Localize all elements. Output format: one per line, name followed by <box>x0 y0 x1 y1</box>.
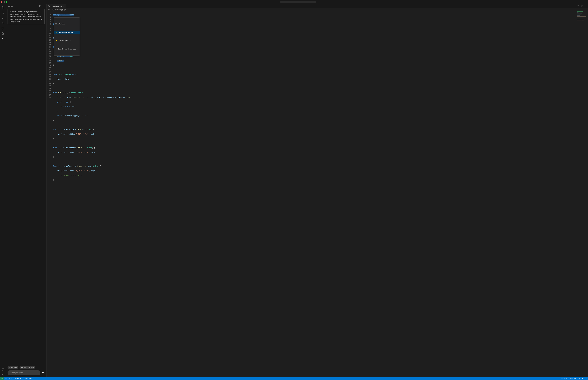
nav-forward-icon[interactable]: → <box>277 1 279 3</box>
remote-indicator[interactable] <box>0 377 4 380</box>
svg-point-6 <box>2 22 2 23</box>
close-window-button[interactable] <box>1 1 2 3</box>
lightbulb-icon <box>55 32 57 33</box>
lightbulb-icon <box>55 40 57 42</box>
suggestion-unit-tests[interactable]: Generate unit tests <box>19 366 35 369</box>
svg-point-5 <box>3 18 4 19</box>
activity-explorer[interactable] <box>0 5 6 10</box>
svg-point-15 <box>2 374 3 375</box>
code-content[interactable]: package internallogger import ( ) type E… <box>53 11 588 377</box>
code-actions-popup: More Actions... Gemini: Generate code Ge… <box>54 18 80 56</box>
editor-more-icon[interactable]: ⋯ <box>584 5 586 7</box>
svg-marker-4 <box>2 17 3 19</box>
action-explain-this[interactable]: Gemini: Explain this <box>54 39 80 43</box>
popup-header: More Actions... <box>54 22 80 26</box>
sidebar-title: GEMINI <box>8 5 39 7</box>
prompt-input[interactable] <box>8 370 40 375</box>
svg-rect-9 <box>2 27 3 28</box>
activity-settings[interactable] <box>0 372 6 377</box>
status-person-icon[interactable] <box>581 377 585 380</box>
breadcrumb-file: internallogger.go <box>55 9 66 11</box>
status-sparkle-icon[interactable] <box>577 377 581 380</box>
action-generate-tests[interactable]: Gemini: Generate unit tests <box>54 47 80 51</box>
status-problems[interactable]: 0 20 <box>4 377 13 380</box>
breadcrumb-folder: src <box>48 9 50 11</box>
file-icon <box>48 5 50 7</box>
activity-extensions[interactable] <box>0 26 6 31</box>
window-controls <box>1 1 7 3</box>
file-icon <box>52 9 54 11</box>
activity-run-debug[interactable] <box>0 15 6 20</box>
status-branch[interactable]: master <box>13 377 22 380</box>
maximize-window-button[interactable] <box>6 1 7 3</box>
tab-internallogger[interactable]: internallogger.go × <box>47 4 66 8</box>
suggestion-explain[interactable]: Explain this <box>8 366 18 369</box>
svg-rect-10 <box>2 28 3 29</box>
activity-search[interactable] <box>0 10 6 15</box>
nav-back-icon[interactable]: ← <box>273 1 275 3</box>
svg-rect-11 <box>3 28 4 29</box>
activity-gemini[interactable] <box>0 36 6 41</box>
gemini-panel: GEMINI ⋯ Chat with Gemini to help you de… <box>6 4 47 377</box>
svg-line-3 <box>3 13 4 14</box>
status-cloud[interactable]: cloud-demo <box>22 377 33 380</box>
title-bar: ← → <box>0 0 588 4</box>
breadcrumb-trail: ... <box>68 9 69 11</box>
split-editor-icon[interactable] <box>581 5 583 7</box>
svg-point-14 <box>2 369 3 369</box>
activity-accounts[interactable] <box>0 367 6 372</box>
lightbulb-icon <box>55 48 57 50</box>
sparkle-icon[interactable] <box>577 5 579 7</box>
action-generate-code[interactable]: Gemini: Generate code <box>54 31 80 35</box>
svg-point-2 <box>2 12 3 13</box>
trash-icon[interactable] <box>39 5 41 7</box>
gemini-intro-text: Chat with Gemini to help you deliver hig… <box>8 9 45 25</box>
tab-label: internallogger.go <box>51 5 62 7</box>
more-icon[interactable]: ⋯ <box>42 5 44 7</box>
editor-tabs: internallogger.go × ⋯ <box>47 4 588 8</box>
svg-point-27 <box>583 378 583 379</box>
status-bell-icon[interactable] <box>585 377 588 380</box>
svg-point-25 <box>15 379 15 379</box>
send-icon[interactable] <box>42 371 45 375</box>
line-numbers: 12345678910 11121314151617181920 2122232… <box>47 11 53 377</box>
svg-rect-1 <box>2 7 4 9</box>
activity-bar <box>0 4 6 377</box>
svg-point-24 <box>15 378 15 378</box>
breadcrumbs[interactable]: src › internallogger.go › ... <box>47 8 588 11</box>
svg-point-8 <box>3 23 4 23</box>
svg-point-7 <box>2 23 2 24</box>
chevron-right-icon: › <box>67 9 67 11</box>
command-center-input[interactable] <box>280 1 316 3</box>
status-layout[interactable]: Layout: U.S. <box>568 377 577 380</box>
status-spaces[interactable]: Spaces: 4 <box>560 377 568 380</box>
chevron-right-icon: › <box>51 9 51 11</box>
tab-close-icon[interactable]: × <box>63 5 65 7</box>
activity-source-control[interactable] <box>0 20 6 26</box>
code-editor[interactable]: 12345678910 11121314151617181920 2122232… <box>47 11 588 377</box>
minimize-window-button[interactable] <box>3 1 5 3</box>
status-bar: 0 20 master cloud-demo Spaces: 4 Layout:… <box>0 377 588 380</box>
editor-group: internallogger.go × ⋯ src › internallogg… <box>47 4 588 377</box>
svg-rect-0 <box>2 6 3 8</box>
activity-testing[interactable] <box>0 31 6 36</box>
